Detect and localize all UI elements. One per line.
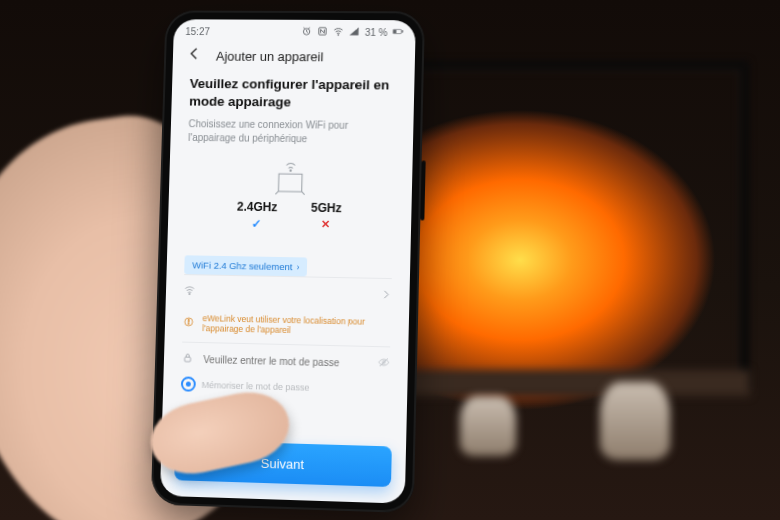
band-selector: 2.4GHz ✓ 5GHz ✕	[236, 200, 341, 232]
svg-rect-10	[188, 323, 189, 324]
wifi-icon	[333, 26, 344, 39]
svg-rect-5	[394, 30, 397, 33]
battery-text: 31 %	[365, 27, 388, 38]
shelf	[380, 370, 750, 396]
alarm-icon	[301, 26, 312, 39]
location-warning-text: eWeLink veut utiliser votre localisation…	[202, 313, 391, 337]
subtext: Choisissez une connexion WiFi pour l'app…	[188, 117, 396, 146]
chevron-right-icon: ›	[296, 262, 299, 272]
band-24-label: 2.4GHz	[237, 200, 278, 214]
status-icons: 31 %	[301, 26, 403, 39]
router-icon	[268, 159, 313, 197]
status-time: 15:27	[185, 26, 210, 37]
password-row[interactable]	[181, 342, 390, 380]
mug	[460, 396, 516, 456]
visibility-toggle-icon[interactable]	[378, 356, 390, 370]
check-icon: ✓	[252, 217, 262, 231]
headline: Veuillez configurer l'appareil en mode a…	[189, 75, 397, 111]
router-illustration: 2.4GHz ✓ 5GHz ✕	[185, 158, 394, 233]
chevron-right-icon	[380, 288, 391, 301]
page-title: Ajouter un appareil	[216, 48, 324, 63]
band-5ghz: 5GHz ✕	[310, 201, 341, 231]
radio-checked-icon[interactable]	[181, 377, 196, 392]
svg-rect-4	[402, 31, 403, 33]
battery-icon	[392, 26, 403, 39]
cross-icon: ✕	[321, 218, 330, 231]
status-bar: 15:27 31 %	[173, 19, 415, 41]
location-warning-row: eWeLink veut utiliser votre localisation…	[182, 307, 391, 347]
fireplace	[390, 60, 750, 390]
svg-point-6	[289, 170, 290, 171]
band-5-label: 5GHz	[311, 201, 342, 215]
lock-icon	[181, 352, 193, 366]
chip-label: WiFi 2.4 Ghz seulement	[192, 259, 292, 272]
wifi-icon	[183, 284, 195, 298]
wifi-network-row[interactable]	[183, 274, 392, 311]
content: Veuillez configurer l'appareil en mode a…	[163, 75, 415, 406]
password-input[interactable]	[201, 353, 370, 370]
photo-scene: 15:27 31 %	[0, 0, 780, 520]
app-header: Ajouter un appareil	[172, 40, 415, 77]
mug	[600, 382, 670, 460]
svg-rect-9	[188, 319, 189, 322]
svg-point-7	[189, 294, 190, 295]
wifi-24-only-chip[interactable]: WiFi 2.4 Ghz seulement ›	[184, 255, 307, 276]
band-24ghz: 2.4GHz ✓	[236, 200, 277, 231]
back-button[interactable]	[186, 46, 202, 66]
signal-icon	[349, 26, 360, 39]
svg-point-2	[338, 34, 339, 35]
warning-icon	[183, 316, 195, 330]
remember-password-label: Mémoriser le mot de passe	[202, 380, 310, 393]
next-button-label: Suivant	[261, 455, 305, 471]
nfc-icon	[317, 26, 328, 39]
svg-rect-11	[185, 357, 191, 362]
